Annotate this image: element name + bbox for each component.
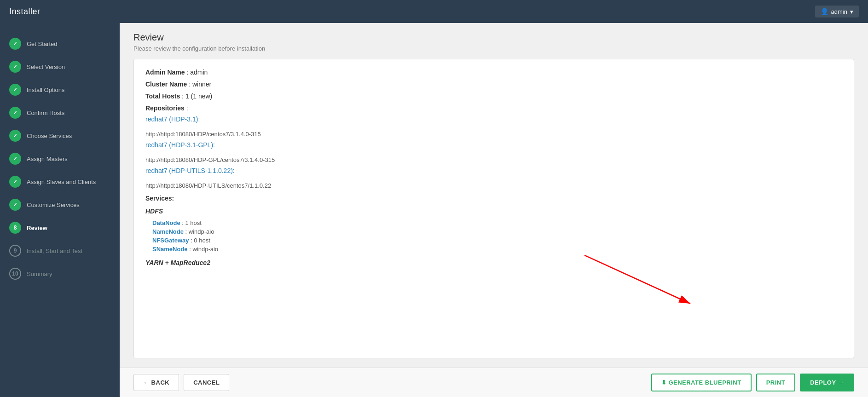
sidebar-item-label: Choose Services [27,132,72,139]
service-detail-value: 0 host [194,237,210,244]
app-header: Installer 👤 admin ▾ [0,0,868,23]
sidebar-item-label: Install, Start and Test [27,247,82,254]
sidebar-item-assign-masters[interactable]: ✓Assign Masters [0,147,120,170]
sidebar-item-label: Assign Slaves and Clients [27,178,96,185]
service-group: YARN + MapReduce2 [145,259,842,266]
service-detail: NFSGateway : 0 host [145,236,842,245]
service-group-name: YARN + MapReduce2 [145,259,842,266]
repo-url: http://httpd:18080/HDP-UTILS/centos7/1.1… [145,182,271,189]
footer-left: ← BACK CANCEL [133,374,229,391]
repositories-label: Repositories [145,104,185,112]
admin-name-label: Admin Name [145,69,185,76]
service-detail: NameNode : windp-aio [145,227,842,236]
repo-name-link[interactable]: redhat7 (HDP-3.1-GPL): [145,141,842,149]
sidebar-item-label: Select Version [27,63,65,70]
content-area: Review Please review the configuration b… [120,23,868,397]
sidebar-item-label: Install Options [27,86,64,93]
step-circle: ✓ [9,176,21,188]
user-icon: 👤 [821,8,828,15]
print-button[interactable]: PRINT [756,374,796,391]
cluster-name-label: Cluster Name [145,81,187,88]
service-detail-key: NameNode [152,228,184,235]
back-button[interactable]: ← BACK [133,374,179,391]
step-circle: ✓ [9,199,21,211]
sidebar-item-label: Confirm Hosts [27,109,64,116]
sidebar: ✓Get Started✓Select Version✓Install Opti… [0,23,120,397]
deploy-button[interactable]: DEPLOY → [800,374,854,391]
sidebar-item-install,-start-and-test[interactable]: 9Install, Start and Test [0,239,120,262]
page-subtitle: Please review the configuration before i… [133,45,854,52]
repo-url: http://httpd:18080/HDP/centos7/3.1.4.0-3… [145,131,261,138]
repo-url: http://httpd:18080/HDP-GPL/centos7/3.1.4… [145,156,275,163]
page-title: Review [133,32,854,43]
sidebar-item-label: Review [27,224,47,231]
admin-name-row: Admin Name : admin [145,69,842,76]
sidebar-item-review[interactable]: 8Review [0,216,120,239]
repositories-colon: : [186,104,188,112]
sidebar-item-label: Customize Services [27,201,80,208]
cluster-name-colon: : [189,81,192,88]
generate-blueprint-button[interactable]: ⬇ GENERATE BLUEPRINT [651,374,752,391]
step-circle: ✓ [9,153,21,165]
user-menu[interactable]: 👤 admin ▾ [815,6,859,17]
total-hosts-value: 1 (1 new) [185,92,212,100]
step-circle: ✓ [9,61,21,73]
sidebar-item-confirm-hosts[interactable]: ✓Confirm Hosts [0,101,120,124]
cancel-button[interactable]: CANCEL [184,374,229,391]
repo-name-link[interactable]: redhat7 (HDP-3.1): [145,115,842,123]
cluster-name-value: winner [192,81,211,88]
repo-name-link[interactable]: redhat7 (HDP-UTILS-1.1.0.22): [145,167,842,174]
repository-item: redhat7 (HDP-UTILS-1.1.0.22):http://http… [145,167,842,189]
step-circle: 10 [9,268,21,280]
sidebar-item-select-version[interactable]: ✓Select Version [0,55,120,78]
admin-name-value: admin [190,69,208,76]
service-group-name: HDFS [145,207,842,215]
footer-right: ⬇ GENERATE BLUEPRINT PRINT DEPLOY → [651,374,854,391]
app-title: Installer [9,7,41,17]
service-detail-key: DataNode [152,219,180,226]
repository-item: redhat7 (HDP-3.1):http://httpd:18080/HDP… [145,115,842,138]
total-hosts-row: Total Hosts : 1 (1 new) [145,92,842,100]
footer: ← BACK CANCEL ⬇ GENERATE BLUEPRINT PRINT… [120,368,868,397]
step-circle: ✓ [9,107,21,119]
user-dropdown-icon: ▾ [850,8,853,15]
step-circle: 9 [9,245,21,257]
sidebar-item-label: Assign Masters [27,155,68,162]
total-hosts-label: Total Hosts [145,92,180,100]
sidebar-item-label: Summary [27,270,52,277]
total-hosts-colon: : [182,92,185,100]
service-detail-key: SNameNode [152,246,188,253]
repository-item: redhat7 (HDP-3.1-GPL):http://httpd:18080… [145,141,842,163]
sidebar-item-get-started[interactable]: ✓Get Started [0,32,120,55]
content-body: Admin Name : admin Cluster Name : winner… [120,59,868,368]
service-detail-value: windp-aio [192,246,218,253]
sidebar-item-install-options[interactable]: ✓Install Options [0,78,120,101]
step-circle: ✓ [9,130,21,142]
step-circle: ✓ [9,84,21,96]
user-name: admin [831,8,847,15]
services-section: Services: HDFSDataNode : 1 hostNameNode … [145,195,842,266]
sidebar-item-choose-services[interactable]: ✓Choose Services [0,124,120,147]
service-detail: SNameNode : windp-aio [145,245,842,253]
content-header: Review Please review the configuration b… [120,23,868,59]
cluster-name-row: Cluster Name : winner [145,81,842,88]
sidebar-item-assign-slaves-and-clients[interactable]: ✓Assign Slaves and Clients [0,170,120,193]
service-detail-key: NFSGateway [152,237,189,244]
service-group: HDFSDataNode : 1 hostNameNode : windp-ai… [145,207,842,253]
review-panel: Admin Name : admin Cluster Name : winner… [133,59,854,358]
step-circle: 8 [9,222,21,234]
sidebar-item-summary[interactable]: 10Summary [0,262,120,285]
service-detail: DataNode : 1 host [145,219,842,227]
service-detail-value: windp-aio [189,228,214,235]
sidebar-item-label: Get Started [27,40,57,47]
services-label: Services: [145,195,174,202]
sidebar-item-customize-services[interactable]: ✓Customize Services [0,193,120,216]
service-detail-value: 1 host [185,219,202,226]
repositories-section: Repositories : redhat7 (HDP-3.1):http://… [145,104,842,189]
step-circle: ✓ [9,38,21,50]
